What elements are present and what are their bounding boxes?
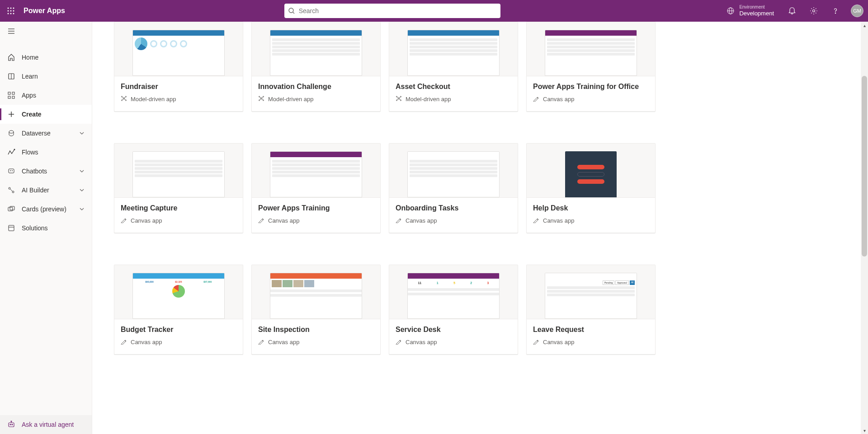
template-type-label: Model-driven app <box>406 96 451 103</box>
vertical-scrollbar[interactable]: ▴ ▾ <box>861 22 868 434</box>
template-card[interactable]: Meeting CaptureCanvas app <box>114 143 243 233</box>
template-type: Canvas app <box>396 338 511 346</box>
template-title: Fundraiser <box>121 83 236 91</box>
template-thumbnail <box>527 22 655 76</box>
svg-line-66 <box>397 97 398 98</box>
svg-point-14 <box>813 10 815 12</box>
svg-rect-35 <box>10 206 14 210</box>
sidebar-item-solutions[interactable]: Solutions <box>0 219 92 238</box>
template-thumbnail: PendingApprovedAll <box>527 265 655 319</box>
nav-label: Learn <box>22 73 85 80</box>
template-card[interactable]: Onboarding TasksCanvas app <box>389 143 518 233</box>
pencil-icon <box>121 338 127 346</box>
nav-label: Home <box>22 54 85 61</box>
help-button[interactable] <box>825 0 846 22</box>
pencil-icon <box>258 217 264 224</box>
account-button[interactable]: GM <box>846 0 868 22</box>
environment-icon <box>726 7 735 15</box>
template-thumbnail: 111523 <box>389 265 518 319</box>
hamburger-icon <box>7 27 15 35</box>
svg-rect-36 <box>9 225 14 231</box>
nav-label: Chatbots <box>22 168 73 175</box>
sidebar-item-chatbots[interactable]: Chatbots <box>0 162 92 181</box>
settings-button[interactable] <box>803 0 825 22</box>
template-type: Canvas app <box>121 217 236 224</box>
model-icon <box>121 95 127 103</box>
sidebar-item-flows[interactable]: Flows <box>0 143 92 162</box>
svg-point-2 <box>13 8 14 9</box>
search-box[interactable] <box>284 4 500 18</box>
search-input[interactable] <box>295 7 497 14</box>
waffle-icon <box>7 7 14 14</box>
svg-point-8 <box>13 13 14 14</box>
template-type-label: Model-driven app <box>131 96 176 103</box>
sidebar-item-cards-preview-[interactable]: Cards (preview) <box>0 200 92 219</box>
nav-label: Solutions <box>22 224 85 232</box>
template-type: Canvas app <box>533 95 649 103</box>
svg-rect-34 <box>8 207 13 211</box>
template-card[interactable]: Power Apps TrainingCanvas app <box>251 143 381 233</box>
template-card[interactable]: Asset CheckoutModel-driven app <box>389 22 518 112</box>
sidebar-item-home[interactable]: Home <box>0 48 92 67</box>
template-type-label: Model-driven app <box>268 96 313 103</box>
sidebar-item-ai-builder[interactable]: AI Builder <box>0 181 92 200</box>
template-type-label: Canvas app <box>543 217 574 224</box>
flow-icon <box>7 148 15 156</box>
svg-line-67 <box>399 97 401 98</box>
svg-line-33 <box>10 189 13 191</box>
sidebar-item-create[interactable]: Create <box>0 105 92 124</box>
svg-line-59 <box>259 99 261 100</box>
pencil-icon <box>396 338 402 346</box>
template-type: Canvas app <box>533 338 649 346</box>
svg-line-69 <box>399 99 401 100</box>
scroll-up-arrow[interactable]: ▴ <box>861 22 868 29</box>
template-card[interactable]: Help DeskCanvas app <box>526 143 656 233</box>
sidebar-item-apps[interactable]: Apps <box>0 86 92 105</box>
template-card[interactable]: PendingApprovedAllLeave RequestCanvas ap… <box>526 265 656 355</box>
template-card[interactable]: FundraiserModel-driven app <box>114 22 243 112</box>
svg-line-60 <box>262 99 263 100</box>
svg-point-39 <box>10 424 11 425</box>
pencil-icon <box>533 95 539 103</box>
svg-point-6 <box>8 13 9 14</box>
template-thumbnail <box>252 144 380 198</box>
chevron-down-icon <box>79 187 85 193</box>
bell-icon <box>788 7 796 15</box>
template-title: Help Desk <box>533 204 649 212</box>
app-header: Power Apps Environment Development GM <box>0 0 868 22</box>
template-card[interactable]: 111523Service DeskCanvas app <box>389 265 518 355</box>
notifications-button[interactable] <box>781 0 803 22</box>
template-card[interactable]: Power Apps Training for OfficeCanvas app <box>526 22 656 112</box>
scroll-thumb[interactable] <box>862 76 867 257</box>
template-card[interactable]: Innovation ChallengeModel-driven app <box>251 22 381 112</box>
nav-label: Cards (preview) <box>22 205 73 213</box>
template-title: Asset Checkout <box>396 83 511 91</box>
ask-virtual-agent[interactable]: Ask a virtual agent <box>0 415 81 434</box>
template-type: Canvas app <box>396 217 511 224</box>
sidebar-item-learn[interactable]: Learn <box>0 67 92 86</box>
scroll-down-arrow[interactable]: ▾ <box>861 427 868 434</box>
template-card[interactable]: $60,000$2,325$57,666Budget TrackerCanvas… <box>114 265 243 355</box>
svg-point-1 <box>10 8 12 9</box>
template-type-label: Canvas app <box>543 339 574 345</box>
template-type-label: Canvas app <box>268 339 299 345</box>
template-title: Service Desk <box>396 326 511 334</box>
svg-line-50 <box>122 99 123 100</box>
svg-line-57 <box>259 97 261 98</box>
sidebar-toggle[interactable] <box>0 22 92 41</box>
environment-picker[interactable]: Environment Development <box>719 5 781 17</box>
avatar: GM <box>851 5 863 17</box>
pencil-icon <box>121 217 127 224</box>
app-launcher-button[interactable] <box>0 0 22 22</box>
nav-label: AI Builder <box>22 187 73 194</box>
svg-rect-22 <box>12 92 14 94</box>
template-type: Canvas app <box>258 217 374 224</box>
template-thumbnail <box>389 22 518 76</box>
sidebar-item-dataverse[interactable]: Dataverse <box>0 124 92 143</box>
template-card[interactable]: Site InspectionCanvas app <box>251 265 381 355</box>
search-icon <box>288 7 295 14</box>
template-type-label: Canvas app <box>131 339 162 345</box>
nav-label: Dataverse <box>22 130 73 137</box>
main-content[interactable]: FundraiserModel-driven appInnovation Cha… <box>92 22 861 434</box>
template-title: Site Inspection <box>258 326 374 334</box>
